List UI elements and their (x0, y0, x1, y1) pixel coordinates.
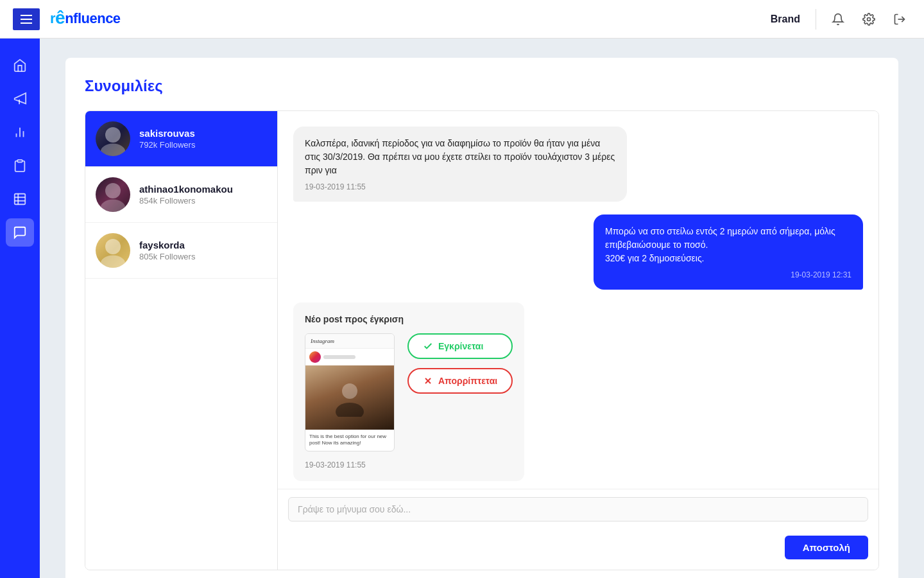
contact-name-athinao: athinao1konomakou (139, 184, 267, 195)
logo[interactable]: rênfluence (50, 9, 121, 30)
clipboard-icon (13, 159, 27, 173)
contact-followers-fayskorda: 805k Followers (139, 252, 267, 261)
sidebar (0, 39, 40, 578)
sidebar-item-analytics[interactable] (6, 118, 34, 146)
message-left-1: Καλσπέρα, ιδανική περίοδος για να διαφημ… (293, 127, 627, 202)
chat-input[interactable] (288, 497, 868, 521)
svg-point-16 (342, 383, 357, 399)
avatar-athinao1konomakou (96, 177, 130, 212)
message-time-2: 19-03-2019 12:31 (605, 270, 851, 279)
contact-info-sakisrouvas: sakisrouvas 792k Followers (139, 128, 267, 150)
message-right-1: Μπορώ να στο στείλω εντός 2 ημερών από σ… (594, 215, 863, 290)
reject-button[interactable]: Απορρίπτεται (407, 368, 513, 394)
ig-logo: Instagram (311, 338, 334, 344)
instagram-preview: Instagram (305, 333, 395, 451)
contact-followers-sakisrouvas: 792k Followers (139, 140, 267, 150)
chat-input-area (278, 489, 878, 529)
svg-rect-5 (17, 160, 22, 162)
svg-point-11 (101, 144, 126, 157)
sidebar-item-tasks[interactable] (6, 152, 34, 180)
check-icon (423, 341, 433, 351)
avatar-silhouette (96, 233, 130, 268)
topnav-right: Brand (771, 8, 911, 31)
svg-point-14 (105, 239, 121, 254)
ig-username-placeholder (323, 355, 355, 359)
bell-icon (832, 13, 844, 26)
send-area: Αποστολή (278, 529, 878, 570)
avatar-sakisrouvas (96, 121, 130, 156)
settings-button[interactable] (857, 8, 880, 31)
notification-button[interactable] (826, 8, 850, 31)
page-title: Συνομιλίες (85, 77, 879, 95)
chat-messages: Καλσπέρα, ιδανική περίοδος για να διαφημ… (278, 111, 878, 489)
main-content: Συνομιλίες sakisrouvas 792k Followers (40, 39, 924, 578)
sidebar-item-campaigns[interactable] (6, 85, 34, 113)
message-time-1: 19-03-2019 11:55 (305, 182, 615, 191)
contact-info-fayskorda: fayskorda 805k Followers (139, 240, 267, 261)
svg-point-12 (105, 183, 121, 198)
post-actions: Εγκρίνεται Απορρίπτεται (407, 333, 513, 394)
post-approval-card: Νέο post προς έγκριση Instagram (293, 302, 524, 481)
megaphone-icon (13, 92, 27, 106)
contact-name-sakisrouvas: sakisrouvas (139, 128, 267, 139)
post-approval-title: Νέο post προς έγκριση (305, 314, 513, 324)
contact-info-athinao: athinao1konomakou 854k Followers (139, 184, 267, 206)
message-text-1: Καλσπέρα, ιδανική περίοδος για να διαφημ… (305, 137, 615, 177)
avatar-silhouette (96, 121, 130, 156)
post-approval-time: 19-03-2019 11:55 (305, 460, 513, 469)
topnav-divider (816, 9, 816, 30)
logout-icon (893, 13, 906, 26)
conversations-layout: sakisrouvas 792k Followers athinao1konom… (85, 110, 879, 570)
ig-profile-row (305, 349, 394, 365)
svg-point-0 (868, 17, 871, 21)
contact-item-athinao1konomakou[interactable]: athinao1konomakou 854k Followers (85, 167, 277, 223)
messages-icon (13, 225, 27, 240)
svg-rect-6 (15, 194, 26, 205)
logo-text: rênfluence (50, 9, 121, 30)
contact-item-fayskorda[interactable]: fayskorda 805k Followers (85, 223, 277, 279)
logout-button[interactable] (888, 8, 911, 31)
contact-item-sakisrouvas[interactable]: sakisrouvas 792k Followers (85, 111, 277, 167)
svg-point-10 (105, 127, 121, 143)
message-text-2: Μπορώ να στο στείλω εντός 2 ημερών από σ… (605, 225, 851, 265)
ig-person-silhouette (330, 378, 369, 417)
x-icon (423, 376, 433, 386)
ig-header: Instagram (305, 334, 394, 349)
approve-button[interactable]: Εγκρίνεται (407, 333, 513, 359)
chat-area: Καλσπέρα, ιδανική περίοδος για να διαφημ… (278, 111, 878, 570)
avatar-fayskorda (96, 233, 130, 268)
page-container: Συνομιλίες sakisrouvas 792k Followers (65, 58, 898, 578)
topnav: rênfluence Brand (0, 0, 924, 39)
svg-point-13 (101, 200, 126, 213)
contacts-list: sakisrouvas 792k Followers athinao1konom… (85, 111, 278, 570)
post-approval-content: Instagram (305, 333, 513, 451)
home-icon (13, 58, 27, 73)
ig-image (305, 365, 394, 430)
svg-point-17 (336, 403, 364, 417)
sidebar-item-home[interactable] (6, 51, 34, 80)
approve-label: Εγκρίνεται (438, 341, 483, 351)
gear-icon (862, 13, 875, 26)
contact-followers-athinao: 854k Followers (139, 196, 267, 206)
brand-label: Brand (771, 13, 800, 25)
hamburger-button[interactable] (13, 8, 40, 30)
topnav-left: rênfluence (13, 8, 121, 30)
sidebar-item-messages[interactable] (6, 218, 34, 247)
send-button[interactable]: Αποστολή (785, 536, 868, 559)
reject-label: Απορρίπτεται (438, 376, 497, 386)
reports-icon (13, 192, 27, 206)
contact-name-fayskorda: fayskorda (139, 240, 267, 250)
svg-point-15 (101, 256, 126, 268)
sidebar-item-reports[interactable] (6, 185, 34, 213)
avatar-silhouette (96, 177, 130, 212)
bar-chart-icon (13, 125, 27, 139)
ig-avatar-small (309, 351, 321, 363)
ig-caption: This is the best option for our new post… (305, 430, 394, 451)
